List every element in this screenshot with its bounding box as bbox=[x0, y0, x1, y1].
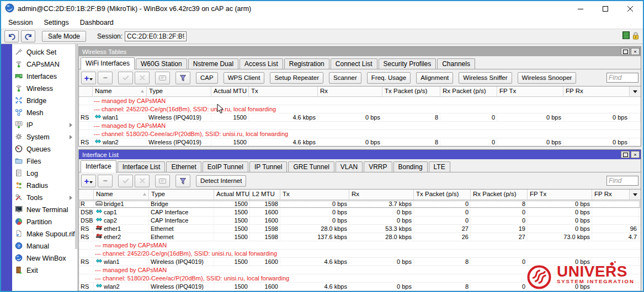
disable-button[interactable] bbox=[135, 72, 150, 84]
table-note-row[interactable]: --- managed by CAPsMAN bbox=[79, 266, 641, 274]
table-row-wlan1[interactable]: RSwlan1Wireless (IPQ4019)15004.6 kbps0 b… bbox=[79, 113, 641, 122]
tab-lte[interactable]: LTE bbox=[429, 161, 450, 172]
enable-button[interactable] bbox=[118, 72, 133, 84]
sidebar-item-new-terminal[interactable]: >_New Terminal bbox=[12, 204, 77, 216]
sidebar-item-ip[interactable]: 255IP bbox=[12, 119, 77, 131]
sidebar-item-files[interactable]: Files bbox=[12, 155, 77, 167]
menu-item-dashboard[interactable]: Dashboard bbox=[74, 18, 119, 28]
sidebar-item-make-supout-rif[interactable]: Make Supout.rif bbox=[12, 228, 77, 240]
tab-interface-list[interactable]: Interface List bbox=[118, 161, 166, 172]
redo-button[interactable] bbox=[21, 30, 35, 42]
table-row-cap2[interactable]: DSBcap2CAP Interface150016000 bps0 bps00… bbox=[79, 217, 641, 225]
sidebar-item-new-winbox[interactable]: New WinBox bbox=[12, 252, 77, 264]
tab-w60g-station[interactable]: W60G Station bbox=[136, 58, 187, 69]
remove-button[interactable]: − bbox=[98, 175, 113, 187]
tab-vlan[interactable]: VLAN bbox=[336, 161, 363, 172]
table-row-ether1[interactable]: RSether1Ethernet1500159828.0 kbps53.3 kb… bbox=[79, 225, 641, 233]
scanner-button[interactable]: Scanner bbox=[329, 72, 361, 84]
comment-button[interactable] bbox=[155, 175, 170, 187]
sidebar-item-radius[interactable]: Radius bbox=[12, 180, 77, 192]
column-header-tx[interactable]: Tx bbox=[280, 190, 349, 199]
column-header-tx-packet-p-s[interactable]: Tx Packet (p/s) bbox=[382, 86, 440, 96]
column-picker-button[interactable] bbox=[630, 86, 641, 96]
table-row-cap1[interactable]: DSBcap1CAP Interface150016000 bps0 bps00… bbox=[79, 208, 641, 217]
table-row-ether2[interactable]: RSether2Ethernet15001598137.6 kbps28.0 k… bbox=[79, 233, 641, 241]
column-header-fp-rx[interactable]: FP Rx bbox=[592, 190, 630, 199]
sidebar-item-exit[interactable]: Exit bbox=[12, 264, 77, 277]
minimize-button[interactable] bbox=[568, 1, 593, 17]
setup-repeater-button[interactable]: Setup Repeater bbox=[270, 72, 323, 84]
sidebar-item-bridge[interactable]: Bridge bbox=[12, 95, 77, 107]
tab-connect-list[interactable]: Connect List bbox=[331, 58, 377, 69]
tab-eoip-tunnel[interactable]: EoIP Tunnel bbox=[203, 161, 248, 172]
tab-bonding[interactable]: Bonding bbox=[393, 161, 428, 172]
table-row-wlan2[interactable]: RSwlan2Wireless (IPQ4019)15004.6 kbps0 b… bbox=[79, 138, 641, 146]
column-header-type[interactable]: Type bbox=[147, 86, 211, 96]
undo-button[interactable] bbox=[4, 30, 19, 42]
tab-security-profiles[interactable]: Security Profiles bbox=[379, 58, 437, 69]
column-header-flags[interactable] bbox=[79, 86, 93, 96]
column-header-type[interactable]: Type bbox=[149, 190, 214, 199]
detect-internet-button[interactable]: Detect Internet bbox=[196, 175, 246, 187]
tab-vrrp[interactable]: VRRP bbox=[364, 161, 392, 172]
interface-list-titlebar[interactable]: Interface List × bbox=[79, 150, 641, 159]
column-header-actual-mtu[interactable]: Actual MTU bbox=[214, 190, 250, 199]
maximize-button[interactable] bbox=[593, 1, 618, 17]
wireless-close-button[interactable]: × bbox=[631, 48, 640, 55]
close-button[interactable] bbox=[618, 1, 643, 17]
sidebar-item-wireless[interactable]: Wireless bbox=[12, 83, 77, 95]
enable-button[interactable] bbox=[118, 175, 133, 187]
disable-button[interactable] bbox=[135, 175, 150, 187]
tab-wifi-interfaces[interactable]: WiFi Interfaces bbox=[81, 57, 135, 69]
table-note-row[interactable]: --- managed by CAPsMAN bbox=[79, 122, 641, 130]
wireless-snooper-button[interactable]: Wireless Snooper bbox=[518, 72, 577, 84]
filter-button[interactable] bbox=[175, 72, 190, 84]
tab-ethernet[interactable]: Ethernet bbox=[166, 161, 201, 172]
menu-item-settings[interactable]: Settings bbox=[38, 18, 74, 28]
safe-mode-button[interactable]: Safe Mode bbox=[42, 31, 86, 42]
interface-find-input[interactable] bbox=[606, 176, 638, 186]
table-row-bridge1[interactable]: Rbridge1Bridge150015980 bps3.7 kbps080 b… bbox=[79, 200, 641, 208]
column-header-rx[interactable]: Rx bbox=[349, 190, 414, 199]
table-note-row[interactable]: --- managed by CAPsMAN bbox=[79, 241, 641, 250]
menu-item-session[interactable]: Session bbox=[3, 18, 38, 28]
comment-button[interactable] bbox=[155, 72, 170, 84]
interface-close-button[interactable]: × bbox=[631, 151, 640, 158]
session-input[interactable] bbox=[125, 31, 187, 41]
remove-button[interactable]: − bbox=[98, 72, 113, 84]
sidebar-item-interfaces[interactable]: Interfaces bbox=[12, 71, 77, 83]
cap-button[interactable]: CAP bbox=[196, 72, 218, 84]
wps-client-button[interactable]: WPS Client bbox=[223, 72, 265, 84]
table-row-wlan2[interactable]: RSwlan2Wireless (IPQ4019)150016004.6 kbp… bbox=[79, 283, 641, 291]
tab-channels[interactable]: Channels bbox=[437, 58, 475, 69]
column-header-tx[interactable]: Tx bbox=[249, 86, 318, 96]
wireless-maximize-button[interactable] bbox=[621, 48, 630, 55]
wireless-find-input[interactable] bbox=[606, 73, 638, 83]
sidebar-item-capsman[interactable]: CAPsMAN bbox=[12, 58, 77, 71]
tab-nstreme-dual[interactable]: Nstreme Dual bbox=[188, 58, 238, 69]
table-note-row[interactable]: --- channel: 5180/20-Ceee/ac/P(20dBm), S… bbox=[79, 274, 641, 283]
alignment-button[interactable]: Alignment bbox=[416, 72, 453, 84]
column-header-actual-mtu[interactable]: Actual MTU bbox=[211, 86, 249, 96]
tab-gre-tunnel[interactable]: GRE Tunnel bbox=[288, 161, 334, 172]
column-picker-button[interactable] bbox=[630, 190, 641, 199]
column-header-tx-packet-p-s[interactable]: Tx Packet (p/s) bbox=[414, 190, 471, 199]
column-header-fp-tx[interactable]: FP Tx bbox=[497, 86, 563, 96]
table-note-row[interactable]: --- channel: 5180/20-Ceee/ac/P(20dBm), S… bbox=[79, 130, 641, 138]
tab-ip-tunnel[interactable]: IP Tunnel bbox=[249, 161, 287, 172]
sidebar-item-tools[interactable]: Tools bbox=[12, 192, 77, 204]
sidebar-item-log[interactable]: Log bbox=[12, 167, 77, 180]
column-header-rx[interactable]: Rx bbox=[318, 86, 382, 96]
column-header-fp-tx[interactable]: FP Tx bbox=[528, 190, 592, 199]
tab-registration[interactable]: Registration bbox=[284, 58, 329, 69]
column-header-rx-packet-p-s[interactable]: Rx Packet (p/s) bbox=[471, 190, 528, 199]
column-header-fp-rx[interactable]: FP Rx bbox=[563, 86, 630, 96]
sidebar-item-queues[interactable]: Queues bbox=[12, 143, 77, 155]
filter-button[interactable] bbox=[175, 175, 190, 187]
column-header-flags[interactable] bbox=[79, 190, 94, 199]
sidebar-scrollbar[interactable] bbox=[75, 44, 77, 249]
freq-usage-button[interactable]: Freq. Usage bbox=[367, 72, 411, 84]
column-header-name[interactable]: Name bbox=[93, 86, 147, 96]
table-note-row[interactable]: --- channel: 2452/20-Ce/gn(16dBm), SSID:… bbox=[79, 250, 641, 258]
table-note-row[interactable]: --- managed by CAPsMAN bbox=[79, 97, 641, 105]
